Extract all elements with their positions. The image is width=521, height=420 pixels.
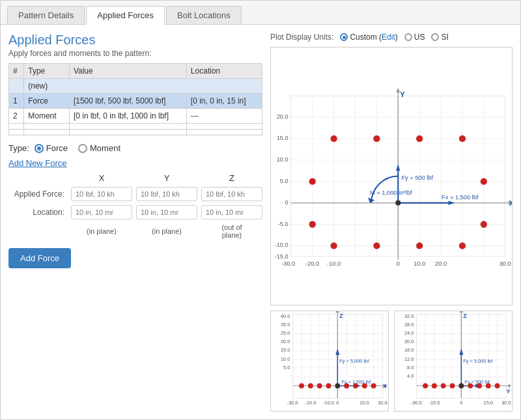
- svg-text:20.0: 20.0: [404, 339, 414, 344]
- svg-point-50: [459, 242, 466, 249]
- svg-text:-15.0: -15.0: [429, 400, 440, 406]
- new-row-label: (new): [24, 79, 262, 94]
- svg-point-162: [468, 384, 473, 389]
- svg-text:8.0: 8.0: [407, 365, 414, 371]
- table-row-1[interactable]: 1 Force [1500 lbf, 500 lbf, 5000 lbf] [0…: [9, 94, 262, 109]
- svg-text:10.0: 10.0: [414, 260, 425, 267]
- unit-custom-radio[interactable]: [340, 33, 348, 41]
- mini-plot-right-svg: Y Z 32.0 28.0 24.0 20.0 16.0 12.0 8.0 4.: [395, 311, 512, 411]
- row1-value: [1500 lbf, 500 lbf, 5000 lbf]: [69, 94, 186, 109]
- svg-text:5.0: 5.0: [280, 178, 289, 184]
- svg-text:0: 0: [285, 199, 289, 206]
- svg-text:20.0: 20.0: [277, 113, 289, 120]
- svg-point-157: [423, 384, 428, 389]
- mini-plot-left: Z X 40.0 35.0 25.0 20.0 15.0 10.0 5.0 -3…: [270, 311, 389, 412]
- svg-text:Fy = 5,000 lbf: Fy = 5,000 lbf: [339, 358, 369, 364]
- force-y-input[interactable]: [136, 187, 197, 201]
- svg-text:10.0: 10.0: [281, 356, 290, 362]
- svg-point-110: [353, 384, 358, 389]
- row1-location: [0 in, 0 in, 15 in]: [186, 94, 262, 109]
- col-header-type: Type: [24, 64, 70, 79]
- unit-edit-link[interactable]: Edit: [382, 33, 395, 42]
- svg-text:0: 0: [336, 400, 339, 406]
- svg-point-59: [395, 201, 401, 206]
- row2-type: Moment: [24, 109, 70, 124]
- svg-text:-15.0: -15.0: [275, 253, 289, 260]
- svg-text:40.0: 40.0: [281, 313, 290, 319]
- svg-text:X: X: [382, 383, 386, 389]
- svg-text:32.0: 32.0: [404, 313, 414, 319]
- add-new-force-link[interactable]: Add New Force: [8, 158, 67, 168]
- svg-point-161: [458, 384, 464, 389]
- unit-custom-option[interactable]: Custom (Edit): [340, 33, 397, 42]
- subtext-y: (in plane): [136, 227, 197, 235]
- svg-text:Y: Y: [506, 388, 510, 395]
- svg-text:X: X: [509, 199, 512, 207]
- svg-text:Fx = 500 lbf: Fx = 500 lbf: [464, 379, 490, 385]
- svg-point-42: [459, 135, 466, 142]
- svg-point-109: [344, 384, 349, 389]
- svg-point-160: [450, 384, 455, 389]
- location-x-input[interactable]: [71, 205, 132, 219]
- row1-type: Force: [24, 94, 70, 109]
- svg-point-107: [326, 384, 331, 389]
- force-z-input[interactable]: [201, 187, 262, 201]
- moment-label: Moment: [90, 143, 120, 153]
- svg-point-43: [309, 178, 316, 185]
- location-label: Location:: [8, 208, 67, 217]
- svg-point-111: [362, 384, 367, 389]
- unit-us-radio[interactable]: [404, 33, 412, 41]
- location-y-input[interactable]: [136, 205, 197, 219]
- svg-point-46: [481, 221, 487, 227]
- col-header-value: Value: [69, 64, 186, 79]
- force-x-input[interactable]: [71, 187, 132, 201]
- tab-applied-forces[interactable]: Applied Forces: [86, 6, 165, 25]
- force-radio-dot[interactable]: [35, 144, 44, 153]
- moment-radio-dot[interactable]: [78, 144, 87, 153]
- svg-marker-133: [508, 384, 511, 388]
- svg-text:35.0: 35.0: [281, 322, 290, 328]
- svg-point-49: [416, 242, 423, 249]
- svg-point-47: [330, 242, 337, 249]
- svg-text:30.0: 30.0: [500, 260, 511, 267]
- unit-us-label: US: [414, 33, 425, 42]
- svg-point-159: [441, 384, 446, 389]
- plot-units-label: Plot Display Units:: [270, 33, 333, 42]
- mini-plot-left-svg: Z X 40.0 35.0 25.0 20.0 15.0 10.0 5.0 -3…: [271, 311, 388, 411]
- col-header-location: Location: [186, 64, 262, 79]
- tab-pattern-details[interactable]: Pattern Details: [7, 6, 85, 24]
- xyz-header-z: Z: [201, 173, 262, 183]
- type-moment-option[interactable]: Moment: [78, 143, 120, 153]
- type-force-option[interactable]: Force: [35, 143, 68, 153]
- svg-text:10.0: 10.0: [277, 156, 289, 163]
- subtext-z: (out ofplane): [201, 223, 262, 239]
- svg-point-164: [486, 384, 491, 389]
- svg-text:15.0: 15.0: [277, 135, 289, 141]
- force-label: Force: [46, 143, 68, 153]
- location-z-input[interactable]: [201, 205, 262, 219]
- svg-text:20.0: 20.0: [281, 339, 290, 344]
- tab-bolt-locations[interactable]: Bolt Locations: [166, 6, 242, 24]
- svg-point-108: [335, 384, 340, 389]
- svg-text:Z: Z: [339, 313, 343, 319]
- svg-text:Fy = 500 lbf: Fy = 500 lbf: [401, 175, 433, 181]
- unit-si-option[interactable]: SI: [431, 33, 448, 42]
- svg-text:Y: Y: [400, 91, 405, 98]
- svg-point-105: [308, 384, 313, 389]
- svg-text:-10.0: -10.0: [305, 400, 316, 406]
- table-row-new[interactable]: (new): [9, 79, 262, 94]
- svg-point-44: [481, 178, 487, 185]
- add-force-button[interactable]: Add Force: [8, 248, 71, 268]
- svg-point-112: [371, 384, 376, 389]
- row2-value: [0 in lbf, 0 in lbf, 1000 in lbf]: [69, 109, 186, 124]
- svg-text:-5.0: -5.0: [278, 221, 289, 227]
- table-row-2[interactable]: 2 Moment [0 in lbf, 0 in lbf, 1000 in lb…: [9, 109, 262, 124]
- unit-si-radio[interactable]: [431, 33, 439, 41]
- svg-text:15.0: 15.0: [281, 347, 290, 353]
- svg-text:15.0: 15.0: [484, 400, 493, 406]
- mini-plot-right: Y Z 32.0 28.0 24.0 20.0 16.0 12.0 8.0 4.: [394, 311, 513, 412]
- svg-point-165: [495, 384, 500, 389]
- svg-text:-30.0: -30.0: [287, 400, 298, 406]
- svg-text:4.0: 4.0: [407, 373, 414, 379]
- unit-us-option[interactable]: US: [404, 33, 425, 42]
